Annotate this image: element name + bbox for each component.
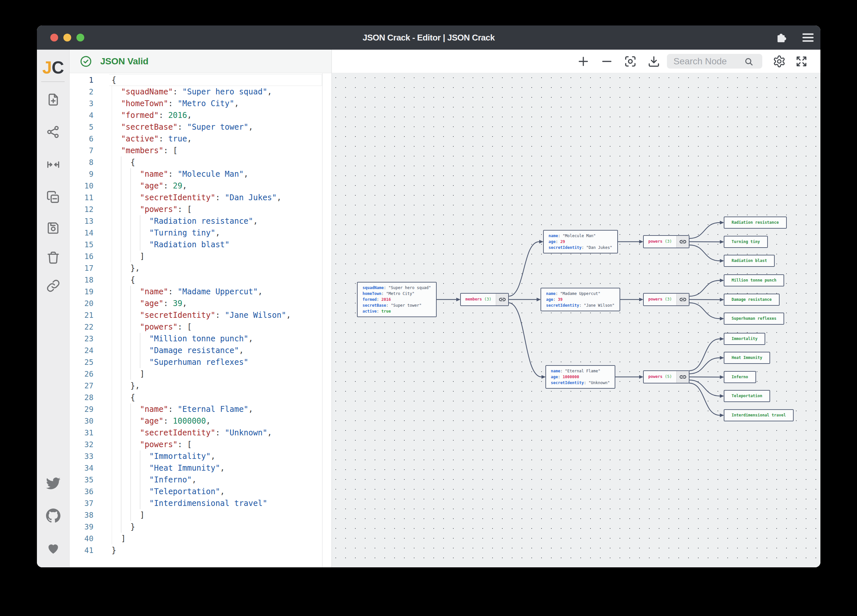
graph-node-l4[interactable]: Million tonne punch — [724, 274, 784, 286]
github-icon[interactable] — [46, 509, 60, 523]
indent-guide — [121, 309, 122, 321]
code-token: "secretIdentity" — [140, 311, 215, 320]
delete-icon[interactable] — [46, 251, 60, 265]
graph-edge — [509, 303, 541, 377]
graph-node-l5[interactable]: Damage resistance — [724, 294, 780, 306]
code-token: "age" — [140, 299, 163, 308]
graph-node-members[interactable]: members (3) — [460, 293, 509, 306]
graph-node-l2[interactable]: Turning tiny — [724, 236, 768, 248]
code-token: : — [215, 193, 225, 202]
code-token — [112, 287, 140, 296]
graph-view-icon[interactable] — [46, 125, 60, 139]
download-icon[interactable] — [647, 55, 661, 68]
code-token: , — [192, 475, 196, 484]
line-number: 11 — [70, 192, 93, 203]
expand-link-icon[interactable] — [676, 371, 689, 383]
indent-guide — [121, 380, 122, 392]
code-editor[interactable]: 1234567891011121314151617181920212223242… — [70, 73, 331, 567]
expand-link-icon[interactable] — [496, 294, 508, 305]
code-token: "Unknown" — [225, 428, 267, 437]
code-token: , — [258, 287, 262, 296]
indent-guide — [112, 309, 112, 321]
share-link-icon[interactable] — [46, 279, 60, 293]
code-token — [112, 99, 121, 108]
line-number: 1 — [70, 74, 93, 86]
code-token: , — [249, 122, 253, 132]
extension-puzzle-icon[interactable] — [773, 30, 789, 45]
zoom-in-icon[interactable] — [577, 55, 590, 68]
code-token — [112, 146, 121, 155]
graph-node-m2[interactable]: name: "Madame Uppercut"age: 39secretIden… — [540, 288, 620, 311]
indent-guide — [121, 180, 122, 192]
line-number: 24 — [70, 345, 93, 356]
graph-node-p1[interactable]: powers (3) — [643, 235, 690, 248]
line-number: 12 — [70, 203, 93, 215]
node-row: secretIdentity: "Jane Wilson" — [546, 302, 615, 308]
graph-node-l10[interactable]: Teleportation — [724, 390, 770, 402]
graph-node-p3[interactable]: powers (5) — [643, 370, 690, 384]
indent-guide — [121, 521, 122, 533]
indent-guide — [112, 145, 112, 156]
fullscreen-icon[interactable] — [795, 55, 808, 68]
code-token — [112, 252, 140, 261]
graph-node-m3[interactable]: name: "Eternal Flame"age: 1000000secretI… — [545, 365, 616, 388]
indent-guide — [112, 86, 112, 98]
twitter-icon[interactable] — [46, 476, 60, 491]
code-line: } — [112, 545, 291, 556]
new-document-icon[interactable] — [46, 93, 60, 107]
code-line: ] — [112, 509, 291, 521]
zoom-out-icon[interactable] — [600, 55, 613, 68]
fold-width-icon[interactable] — [46, 158, 60, 172]
code-line: } — [112, 521, 291, 533]
sponsor-heart-icon[interactable] — [46, 541, 60, 555]
code-token: "Super hero squad" — [182, 87, 267, 96]
code-token: "Metro City" — [178, 99, 234, 108]
sidebar: JC — [37, 50, 70, 567]
indent-guide — [112, 403, 112, 415]
save-icon[interactable] — [46, 221, 60, 235]
focus-center-icon[interactable] — [624, 55, 637, 68]
expand-link-icon[interactable] — [676, 294, 689, 305]
expand-link-icon[interactable] — [676, 236, 689, 248]
settings-gear-icon[interactable] — [773, 55, 786, 68]
json-editor-pane: JSON Valid 12345678910111213141516171819… — [70, 50, 331, 567]
graph-node-l1[interactable]: Radiation resistance — [724, 217, 787, 229]
code-token: ] — [121, 534, 125, 543]
indent-guide — [130, 309, 131, 321]
node-row: secretIdentity: "Dan Jukes" — [549, 245, 613, 251]
indent-guide — [130, 415, 131, 427]
graph-node-root[interactable]: squadName: "Super hero squad"homeTown: "… — [357, 282, 437, 317]
graph-node-m1[interactable]: name: "Molecule Man"age: 29secretIdentit… — [543, 230, 618, 254]
graph-node-l11[interactable]: Interdimensional travel — [724, 409, 794, 421]
line-number: 28 — [70, 392, 93, 403]
node-label: powers (5) — [644, 371, 676, 383]
graph-node-l9[interactable]: Inferno — [724, 371, 756, 383]
sidebar-divider — [41, 81, 65, 82]
graph-node-l7[interactable]: Immortality — [724, 333, 765, 345]
search-node-input[interactable] — [667, 54, 762, 68]
menu-icon[interactable] — [800, 30, 816, 45]
graph-pane: squadName: "Super hero squad"homeTown: "… — [331, 50, 820, 567]
duplicate-icon[interactable] — [46, 190, 60, 204]
graph-canvas[interactable]: squadName: "Super hero squad"homeTown: "… — [332, 73, 820, 567]
code-token: "squadName" — [121, 87, 173, 96]
graph-node-l8[interactable]: Heat Immunity — [724, 352, 770, 364]
code-token: 1000000 — [173, 416, 206, 426]
line-number: 39 — [70, 521, 93, 533]
code-token: , — [234, 99, 239, 108]
code-line: { — [112, 74, 291, 86]
code-token: ] — [140, 511, 144, 520]
indent-guide — [112, 450, 112, 462]
code-token: ] — [140, 252, 144, 261]
indent-guide — [130, 227, 131, 239]
app-logo[interactable]: JC — [37, 57, 69, 77]
line-number: 2 — [70, 86, 93, 98]
main-layout: JC — [37, 50, 820, 567]
graph-node-l6[interactable]: Superhuman reflexes — [724, 313, 784, 325]
node-row: active: true — [362, 308, 431, 314]
graph-node-l3[interactable]: Radiation blast — [724, 255, 775, 267]
node-row: homeTown: "Metro City" — [362, 291, 431, 297]
code-token: , — [187, 111, 192, 120]
graph-node-p2[interactable]: powers (3) — [643, 293, 690, 306]
line-number: 8 — [70, 156, 93, 168]
